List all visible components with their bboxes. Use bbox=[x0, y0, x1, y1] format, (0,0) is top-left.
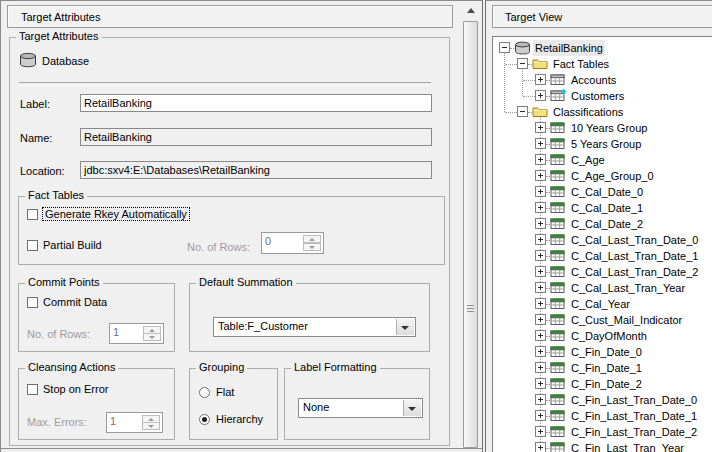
tree-item-label: Accounts bbox=[569, 72, 618, 88]
stop-on-error-checkbox[interactable] bbox=[27, 384, 38, 395]
expander-plus-icon[interactable] bbox=[535, 266, 546, 277]
expander-plus-icon[interactable] bbox=[535, 282, 546, 293]
classification-icon bbox=[550, 121, 566, 135]
target-attributes-group: Target Attributes Database Label: Name: … bbox=[9, 37, 450, 446]
tree-item-label: C_Age_Group_0 bbox=[569, 168, 656, 184]
expander-plus-icon[interactable] bbox=[535, 330, 546, 341]
expander-plus-icon[interactable] bbox=[535, 298, 546, 309]
expander-plus-icon[interactable] bbox=[535, 138, 546, 149]
dropdown-arrow-icon[interactable] bbox=[403, 400, 421, 416]
tree-item-c-fin-date-2[interactable]: C_Fin_Date_2 bbox=[493, 376, 712, 392]
partial-build-label: Partial Build bbox=[43, 239, 102, 251]
expander-plus-icon[interactable] bbox=[535, 202, 546, 213]
tree-item-label: 10 Years Group bbox=[569, 120, 649, 136]
tree-item-label: C_Cal_Year bbox=[569, 296, 632, 312]
vertical-scrollbar[interactable] bbox=[462, 2, 480, 448]
tree-item-c-fin-date-0[interactable]: C_Fin_Date_0 bbox=[493, 344, 712, 360]
tree-item-accounts[interactable]: Accounts bbox=[493, 72, 712, 88]
tree-item-label: C_Cal_Last_Tran_Date_0 bbox=[569, 232, 700, 248]
tree-item-label: C_Age bbox=[569, 152, 607, 168]
expander-plus-icon[interactable] bbox=[535, 234, 546, 245]
tree-item-customers[interactable]: Customers bbox=[493, 88, 712, 104]
tree-item-label: C_Fin_Date_2 bbox=[569, 376, 644, 392]
expander-plus-icon[interactable] bbox=[535, 218, 546, 229]
tree-item-c-fin-last-tran-date-0[interactable]: C_Fin_Last_Tran_Date_0 bbox=[493, 392, 712, 408]
classification-icon bbox=[550, 265, 566, 279]
scroll-up-arrow-icon[interactable] bbox=[462, 2, 480, 19]
fact-tables-title: Fact Tables bbox=[25, 189, 87, 201]
classification-icon bbox=[550, 393, 566, 407]
location-input bbox=[80, 161, 432, 179]
cleansing-actions-title: Cleansing Actions bbox=[25, 361, 118, 373]
tree-item-c-cal-year[interactable]: C_Cal_Year bbox=[493, 296, 712, 312]
tree-item-c-cal-date-2[interactable]: C_Cal_Date_2 bbox=[493, 216, 712, 232]
tree-item-label: C_Fin_Last_Tran_Year bbox=[569, 440, 686, 452]
expander-plus-icon[interactable] bbox=[535, 74, 546, 85]
expander-plus-icon[interactable] bbox=[535, 170, 546, 181]
expander-minus-icon[interactable] bbox=[499, 42, 510, 53]
dropdown-arrow-icon[interactable] bbox=[396, 319, 414, 335]
tree-item-c-fin-last-tran-year[interactable]: C_Fin_Last_Tran_Year bbox=[493, 440, 712, 452]
name-field-label: Name: bbox=[20, 132, 52, 144]
tree-item-classifications[interactable]: Classifications bbox=[493, 104, 712, 120]
tree-item-c-cust-mail-indicator[interactable]: C_Cust_Mail_Indicator bbox=[493, 312, 712, 328]
expander-plus-icon[interactable] bbox=[535, 314, 546, 325]
tree-item-c-cal-last-tran-date-2[interactable]: C_Cal_Last_Tran_Date_2 bbox=[493, 264, 712, 280]
default-summation-select[interactable]: Table:F_Customer bbox=[213, 317, 416, 337]
tree-item-fact-tables[interactable]: Fact Tables bbox=[493, 56, 712, 72]
expander-minus-icon[interactable] bbox=[517, 58, 528, 69]
expander-plus-icon[interactable] bbox=[535, 378, 546, 389]
classification-icon bbox=[550, 361, 566, 375]
generate-rkey-checkbox[interactable] bbox=[27, 209, 38, 220]
database-icon bbox=[514, 41, 530, 55]
expander-plus-icon[interactable] bbox=[535, 250, 546, 261]
expander-plus-icon[interactable] bbox=[535, 186, 546, 197]
tree-item-label: Fact Tables bbox=[551, 56, 611, 72]
tree-item-c-cal-last-tran-date-0[interactable]: C_Cal_Last_Tran_Date_0 bbox=[493, 232, 712, 248]
target-view-tree[interactable]: RetailBankingFact TablesAccountsCustomer… bbox=[492, 36, 712, 452]
expander-plus-icon[interactable] bbox=[535, 122, 546, 133]
scrollbar-thumb[interactable] bbox=[463, 21, 478, 448]
expander-plus-icon[interactable] bbox=[535, 410, 546, 421]
flat-radio[interactable] bbox=[199, 387, 210, 398]
expander-plus-icon[interactable] bbox=[535, 154, 546, 165]
hierarchy-radio[interactable] bbox=[199, 414, 210, 425]
tree-item-c-age-group-0[interactable]: C_Age_Group_0 bbox=[493, 168, 712, 184]
scrollbar-grip-icon bbox=[467, 305, 474, 313]
expander-plus-icon[interactable] bbox=[535, 362, 546, 373]
tree-item-c-age[interactable]: C_Age bbox=[493, 152, 712, 168]
max-errors-label: Max. Errors: bbox=[27, 416, 87, 428]
tree-item-c-cal-last-tran-date-1[interactable]: C_Cal_Last_Tran_Date_1 bbox=[493, 248, 712, 264]
tree-item-retailbanking[interactable]: RetailBanking bbox=[493, 40, 712, 56]
tree-item-10-years-group[interactable]: 10 Years Group bbox=[493, 120, 712, 136]
label-formatting-select[interactable]: None bbox=[298, 398, 423, 418]
tree-item-label: C_DayOfMonth bbox=[569, 328, 649, 344]
tree-item-label: C_Fin_Last_Tran_Date_2 bbox=[569, 424, 699, 440]
tree-item-label: C_Fin_Date_1 bbox=[569, 360, 644, 376]
expander-plus-icon[interactable] bbox=[535, 426, 546, 437]
classification-icon bbox=[550, 377, 566, 391]
commit-points-group: Commit Points Commit Data No. of Rows: 1 bbox=[18, 283, 175, 352]
tree-item-label: C_Cal_Date_1 bbox=[569, 200, 645, 216]
tree-item-c-cal-last-tran-year[interactable]: C_Cal_Last_Tran_Year bbox=[493, 280, 712, 296]
tree-item-c-cal-date-1[interactable]: C_Cal_Date_1 bbox=[493, 200, 712, 216]
selected-value: None bbox=[303, 401, 329, 413]
tree-item-c-fin-date-1[interactable]: C_Fin_Date_1 bbox=[493, 360, 712, 376]
label-input[interactable] bbox=[80, 94, 432, 112]
tree-item-c-cal-date-0[interactable]: C_Cal_Date_0 bbox=[493, 184, 712, 200]
expander-plus-icon[interactable] bbox=[535, 442, 546, 452]
tree-item-label: C_Fin_Date_0 bbox=[569, 344, 644, 360]
tree-item-c-dayofmonth[interactable]: C_DayOfMonth bbox=[493, 328, 712, 344]
rows-spinner: 1 bbox=[109, 323, 164, 344]
expander-plus-icon[interactable] bbox=[535, 90, 546, 101]
partial-build-checkbox[interactable] bbox=[27, 240, 38, 251]
label-formatting-group: Label Formatting None bbox=[284, 368, 430, 440]
commit-data-checkbox[interactable] bbox=[27, 297, 38, 308]
tree-item-c-fin-last-tran-date-2[interactable]: C_Fin_Last_Tran_Date_2 bbox=[493, 424, 712, 440]
group-title: Target Attributes bbox=[16, 30, 102, 42]
expander-plus-icon[interactable] bbox=[535, 394, 546, 405]
expander-minus-icon[interactable] bbox=[517, 106, 528, 117]
tree-item-c-fin-last-tran-date-1[interactable]: C_Fin_Last_Tran_Date_1 bbox=[493, 408, 712, 424]
expander-plus-icon[interactable] bbox=[535, 346, 546, 357]
tree-item-5-years-group[interactable]: 5 Years Group bbox=[493, 136, 712, 152]
